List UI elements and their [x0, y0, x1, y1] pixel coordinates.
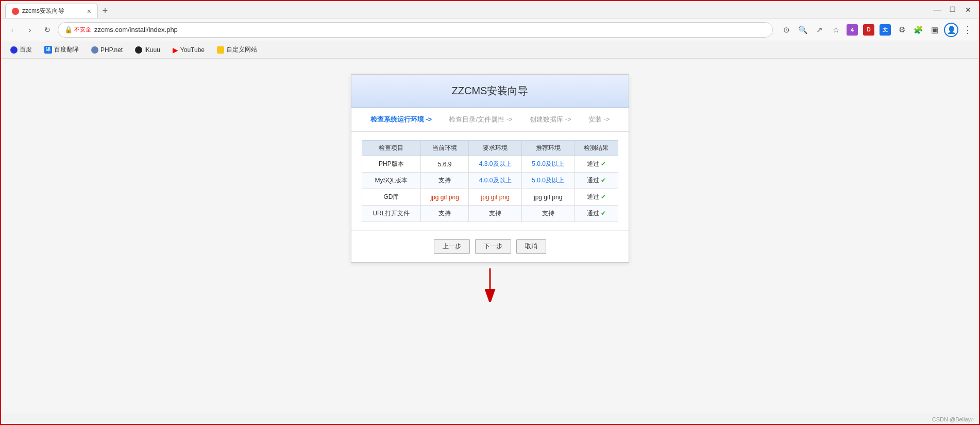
bookmark-youtube-label: YouTube — [180, 46, 205, 54]
cell-result: 通过 ✔ — [575, 173, 618, 189]
col-header-required: 要求环境 — [469, 141, 522, 156]
cell-result: 通过 ✔ — [575, 206, 618, 222]
checkmark-icon: ✔ — [599, 160, 606, 167]
col-header-current: 当前环境 — [420, 141, 469, 156]
profile-button[interactable]: 👤 — [944, 23, 958, 37]
tab-area: zzcms安装向导 × + — [5, 1, 931, 18]
checkmark-icon: ✔ — [599, 177, 606, 184]
cell-result: 通过 ✔ — [575, 189, 618, 206]
cell-current: 支持 — [420, 206, 469, 222]
bookmarks-bar: 百度 译 百度翻译 PHP.net iKuuu ▶ YouTube 自定义网站 — [1, 41, 979, 59]
title-bar: zzcms安装向导 × + — ❐ ✕ — [1, 1, 979, 19]
watermark: CSDN @Beilay∩ — [932, 416, 975, 422]
cancel-button[interactable]: 取消 — [516, 239, 546, 254]
page-wrapper: ZZCMS安装向导 检查系统运行环境 -> 检查目录/文件属性 -> 创建数据库… — [351, 74, 629, 302]
bookmark-fanyi-label: 百度翻译 — [54, 45, 79, 54]
table-row: URL打开文件 支持 支持 支持 通过 ✔ — [362, 206, 618, 222]
installer-header: ZZCMS安装向导 — [351, 75, 629, 108]
installer-body: 检查项目 当前环境 要求环境 推荐环境 检测结果 PHP版本 5.6.9 4.3… — [351, 132, 629, 230]
cell-result: 通过 ✔ — [575, 156, 618, 173]
arrow-annotation — [475, 266, 505, 302]
prev-button[interactable]: 上一步 — [434, 239, 470, 254]
share-icon[interactable]: ↗ — [812, 23, 826, 37]
step-2: 检查目录/文件属性 -> — [449, 115, 512, 124]
red-arrow-svg — [475, 266, 505, 302]
cell-required: jpg gif png — [469, 189, 522, 206]
cell-current: 支持 — [420, 173, 469, 189]
step-4: 安装 -> — [588, 115, 610, 124]
checkmark-icon: ✔ — [599, 210, 606, 217]
cell-item: PHP版本 — [362, 156, 421, 173]
settings-icon[interactable]: ⚙ — [894, 23, 909, 37]
dashlane-icon[interactable]: D — [861, 23, 876, 37]
forward-button[interactable]: › — [23, 23, 37, 37]
cell-current: jpg gif png — [420, 189, 469, 206]
bookmark-baidu-label: 百度 — [20, 45, 32, 54]
extension-4-icon[interactable]: 4 — [845, 23, 859, 37]
tab-favicon — [12, 8, 19, 15]
active-tab[interactable]: zzcms安装向导 × — [5, 4, 98, 18]
window-close-button[interactable]: ✕ — [961, 5, 975, 15]
bookmark-php-label: PHP.net — [100, 46, 123, 54]
bookmark-php[interactable]: PHP.net — [88, 45, 126, 55]
custom-icon — [217, 46, 224, 54]
bookmark-star-icon[interactable]: ☆ — [829, 23, 843, 37]
translate-icon[interactable]: 文 — [878, 23, 892, 37]
url-text: zzcms.com/install/index.php — [94, 26, 766, 33]
ikuuu-icon — [135, 46, 142, 54]
cell-recommended: 5.0.0及以上 — [521, 156, 575, 173]
refresh-button[interactable]: ↻ — [40, 23, 55, 37]
cell-recommended: 支持 — [521, 206, 575, 222]
new-tab-button[interactable]: + — [98, 4, 112, 18]
cell-item: URL打开文件 — [362, 206, 421, 222]
col-header-recommended: 推荐环境 — [521, 141, 575, 156]
col-header-result: 检测结果 — [575, 141, 618, 156]
table-row: GD库 jpg gif png jpg gif png jpg gif png … — [362, 189, 618, 206]
installer-title: ZZCMS安装向导 — [361, 84, 619, 98]
status-bar: CSDN @Beilay∩ — [1, 414, 979, 424]
bookmark-baidu[interactable]: 百度 — [7, 44, 35, 56]
installer-footer: 上一步 下一步 取消 — [351, 230, 629, 262]
baidu-icon — [10, 46, 18, 54]
fanyi-icon: 译 — [44, 46, 52, 54]
table-row: MySQL版本 支持 4.0.0及以上 5.0.0及以上 通过 ✔ — [362, 173, 618, 189]
check-table: 检查项目 当前环境 要求环境 推荐环境 检测结果 PHP版本 5.6.9 4.3… — [362, 140, 618, 222]
screen-search-icon[interactable]: ⊙ — [779, 23, 793, 37]
bookmark-ikuuu-label: iKuuu — [144, 46, 160, 54]
menu-button[interactable]: ⋮ — [960, 23, 975, 37]
url-bar[interactable]: 🔒 不安全 zzcms.com/install/index.php — [58, 22, 773, 38]
tab-close-button[interactable]: × — [87, 7, 91, 15]
checkmark-icon: ✔ — [599, 193, 606, 200]
installer-panel: ZZCMS安装向导 检查系统运行环境 -> 检查目录/文件属性 -> 创建数据库… — [351, 74, 629, 263]
bookmark-custom[interactable]: 自定义网站 — [214, 44, 260, 56]
php-icon — [91, 46, 98, 54]
installer-steps: 检查系统运行环境 -> 检查目录/文件属性 -> 创建数据库 -> 安装 -> — [351, 108, 629, 132]
cell-required: 4.0.0及以上 — [469, 173, 522, 189]
cell-required: 支持 — [469, 206, 522, 222]
security-indicator: 🔒 不安全 — [64, 26, 91, 33]
window-controls: — ❐ ✕ — [931, 5, 975, 15]
back-button[interactable]: ‹ — [5, 23, 20, 37]
zoom-icon[interactable]: 🔍 — [796, 23, 810, 37]
bookmark-custom-label: 自定义网站 — [226, 45, 257, 54]
next-button[interactable]: 下一步 — [475, 239, 511, 254]
sidebar-icon[interactable]: ▣ — [927, 23, 942, 37]
table-row: PHP版本 5.6.9 4.3.0及以上 5.0.0及以上 通过 ✔ — [362, 156, 618, 173]
youtube-icon: ▶ — [173, 46, 178, 54]
cell-item: MySQL版本 — [362, 173, 421, 189]
address-bar: ‹ › ↻ 🔒 不安全 zzcms.com/install/index.php … — [1, 19, 979, 41]
bookmark-fanyi[interactable]: 译 百度翻译 — [41, 44, 82, 56]
bookmark-ikuuu[interactable]: iKuuu — [132, 45, 163, 55]
cell-recommended: 5.0.0及以上 — [521, 173, 575, 189]
cell-recommended: jpg gif png — [521, 189, 575, 206]
puzzle-icon[interactable]: 🧩 — [911, 23, 925, 37]
step-1[interactable]: 检查系统运行环境 -> — [370, 115, 432, 124]
step-3: 创建数据库 -> — [530, 115, 571, 124]
page-content: ZZCMS安装向导 检查系统运行环境 -> 检查目录/文件属性 -> 创建数据库… — [1, 59, 979, 414]
minimize-button[interactable]: — — [931, 5, 944, 15]
bookmark-youtube[interactable]: ▶ YouTube — [170, 44, 208, 56]
maximize-button[interactable]: ❐ — [946, 5, 959, 15]
cell-required: 4.3.0及以上 — [469, 156, 522, 173]
toolbar-icons: ⊙ 🔍 ↗ ☆ 4 D 文 ⚙ 🧩 ▣ 👤 ⋮ — [779, 23, 975, 37]
tab-title: zzcms安装向导 — [22, 7, 84, 15]
